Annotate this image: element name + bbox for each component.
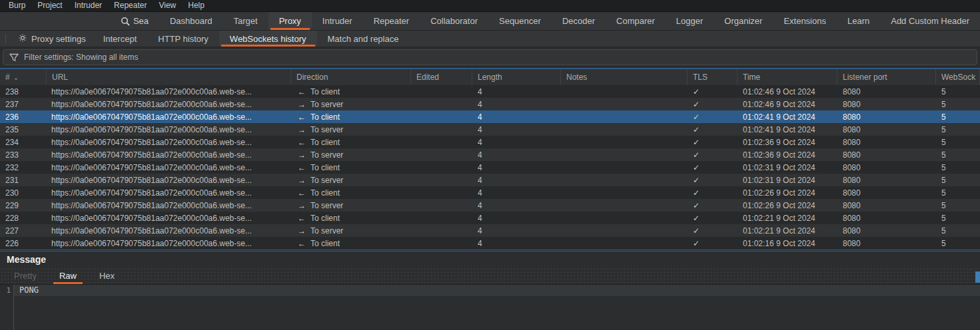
table-row[interactable]: 233 https://0a0e00670479075b81aa072e000c…	[0, 148, 980, 161]
table-row[interactable]: 229 https://0a0e00670479075b81aa072e000c…	[0, 199, 980, 212]
cell-tls: ✓	[688, 199, 737, 212]
cell-direction: → To server	[291, 224, 411, 237]
main-tab-label: Decoder	[562, 16, 595, 26]
column-header-label: #	[5, 73, 10, 82]
edge-widget[interactable]	[975, 271, 980, 283]
cell-direction: ← To client	[291, 110, 411, 123]
sub-tab[interactable]: Match and replace	[317, 31, 410, 47]
cell-url: https://0a0e00670479075b81aa072e000c00a6…	[47, 161, 291, 174]
menubar-item[interactable]: Help	[182, 0, 211, 11]
direction-label: To server	[310, 201, 343, 210]
line-number-gutter: 1	[0, 285, 14, 330]
table-row[interactable]: 231 https://0a0e00670479075b81aa072e000c…	[0, 174, 980, 186]
main-tab-label: Proxy	[279, 16, 301, 26]
table-row[interactable]: 236 https://0a0e00670479075b81aa072e000c…	[0, 110, 980, 123]
main-tab[interactable]: Target	[223, 12, 268, 30]
cell-time: 01:02:46 9 Oct 2024	[737, 85, 837, 98]
main-tab[interactable]: Dashboard	[159, 12, 223, 30]
cell-length: 4	[472, 161, 561, 174]
column-header[interactable]: Listener port	[837, 69, 936, 85]
main-tab[interactable]: Proxy	[268, 12, 312, 30]
checkmark-icon: ✓	[693, 112, 700, 122]
menubar-item[interactable]: Project	[31, 0, 68, 11]
column-header[interactable]: TLS	[688, 69, 737, 85]
menubar-item[interactable]: Burp	[3, 0, 31, 11]
menubar-item[interactable]: View	[153, 0, 182, 11]
table-row[interactable]: 238 https://0a0e00670479075b81aa072e000c…	[0, 85, 980, 98]
column-header[interactable]: Notes	[561, 69, 688, 85]
funnel-icon	[9, 53, 19, 62]
table-row[interactable]: 228 https://0a0e00670479075b81aa072e000c…	[0, 212, 980, 224]
cell-edited	[411, 199, 472, 212]
column-header[interactable]: Direction	[291, 69, 411, 85]
sub-tab[interactable]: WebSockets history	[219, 31, 317, 47]
main-tab-label: Learn	[847, 16, 869, 26]
direction-arrow-icon: →	[298, 100, 306, 109]
column-header[interactable]: Length	[472, 69, 561, 85]
main-tab-label: Repeater	[374, 16, 409, 26]
message-editor-content[interactable]: PONG	[14, 285, 980, 330]
cell-edited	[411, 237, 472, 249]
main-tab[interactable]: Extensions	[773, 12, 837, 30]
filter-settings-bar[interactable]: Filter settings: Showing all items	[3, 49, 977, 65]
main-tab-label: Dashboard	[170, 16, 213, 26]
table-row[interactable]: 227 https://0a0e00670479075b81aa072e000c…	[0, 224, 980, 237]
column-header[interactable]: Edited	[411, 69, 472, 85]
column-header[interactable]: # ⌄	[0, 69, 47, 85]
main-tab[interactable]: Comparer	[606, 12, 666, 30]
cell-number: 233	[0, 148, 47, 161]
search-button[interactable]: Sea	[121, 12, 159, 30]
menubar-item[interactable]: Repeater	[108, 0, 153, 11]
main-tab[interactable]: Logger	[666, 12, 714, 30]
cell-length: 4	[472, 85, 561, 98]
direction-label: To client	[310, 112, 340, 122]
main-tab-label: Organizer	[724, 16, 762, 26]
table-row[interactable]: 230 https://0a0e00670479075b81aa072e000c…	[0, 186, 980, 199]
cell-edited	[411, 161, 472, 174]
gear-icon	[18, 33, 27, 44]
cell-direction: → To server	[291, 98, 411, 110]
main-tab[interactable]: Sequencer	[488, 12, 552, 30]
direction-label: To server	[310, 150, 343, 160]
column-header[interactable]: WebSock	[936, 69, 980, 85]
cell-number: 229	[0, 199, 47, 212]
message-panel: Message Pretty Raw Hex 1 PONG	[0, 251, 980, 330]
checkmark-icon: ✓	[693, 150, 700, 160]
message-view-tab[interactable]: Raw	[48, 267, 88, 284]
proxy-settings-label: Proxy settings	[31, 34, 86, 44]
table-row[interactable]: 234 https://0a0e00670479075b81aa072e000c…	[0, 136, 980, 148]
proxy-settings-button[interactable]: Proxy settings	[11, 31, 93, 47]
cell-listener-port: 8080	[837, 161, 936, 174]
message-editor[interactable]: 1 PONG	[0, 285, 980, 330]
main-tab[interactable]: Organizer	[714, 12, 773, 30]
main-tab[interactable]: Repeater	[363, 12, 420, 30]
cell-time: 01:02:21 9 Oct 2024	[737, 224, 837, 237]
cell-number: 226	[0, 237, 47, 249]
sub-tab[interactable]: Intercept	[93, 31, 148, 47]
direction-arrow-icon: →	[298, 125, 306, 134]
table-row[interactable]: 232 https://0a0e00670479075b81aa072e000c…	[0, 161, 980, 174]
main-tab-bar: Sea Dashboard Target Proxy Intruder Repe…	[0, 12, 980, 31]
cell-time: 01:02:31 9 Oct 2024	[737, 161, 837, 174]
menubar-item[interactable]: Intruder	[69, 0, 108, 11]
main-tab[interactable]: Intruder	[312, 12, 363, 30]
sub-tab[interactable]: HTTP history	[147, 31, 219, 47]
table-row[interactable]: 235 https://0a0e00670479075b81aa072e000c…	[0, 123, 980, 136]
column-header[interactable]: URL	[47, 69, 291, 85]
main-tab[interactable]: Collaborator	[420, 12, 488, 30]
table-row[interactable]: 226 https://0a0e00670479075b81aa072e000c…	[0, 237, 980, 249]
main-tab[interactable]: Learn	[837, 12, 880, 30]
message-panel-title: Message	[0, 251, 980, 267]
column-header[interactable]: Time	[737, 69, 837, 85]
cell-listener-port: 8080	[837, 148, 936, 161]
cell-length: 4	[472, 186, 561, 199]
table-row[interactable]: 237 https://0a0e00670479075b81aa072e000c…	[0, 98, 980, 110]
message-view-tab[interactable]: Pretty	[3, 267, 48, 284]
message-view-tab[interactable]: Hex	[88, 267, 126, 284]
main-tab[interactable]: Decoder	[552, 12, 606, 30]
cell-number: 236	[0, 110, 47, 123]
main-tab[interactable]: Add Custom Header	[880, 12, 980, 30]
cell-time: 01:02:46 9 Oct 2024	[737, 98, 837, 110]
cell-direction: ← To client	[291, 136, 411, 148]
cell-direction: ← To client	[291, 212, 411, 224]
